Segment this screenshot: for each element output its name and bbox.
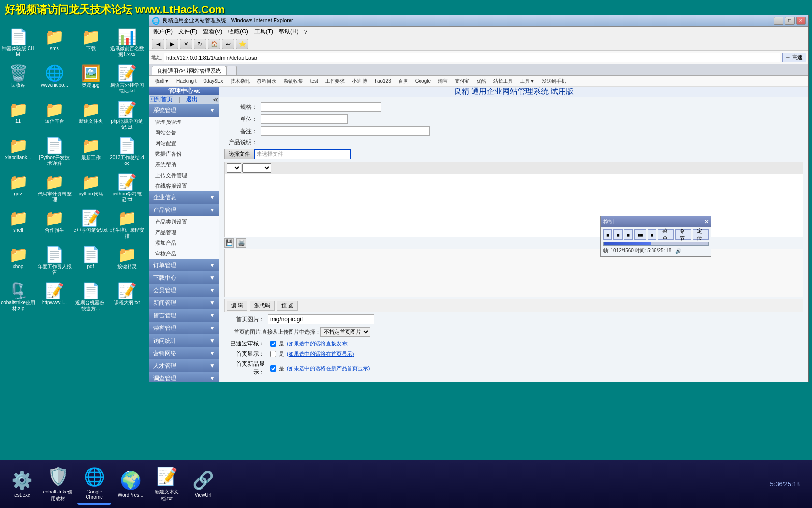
editor-fontsize-select[interactable] — [227, 163, 241, 173]
sidebar-section-marketing-header[interactable]: 营销网络 ▼ — [149, 347, 219, 359]
go-button[interactable]: → 高速 — [782, 53, 806, 62]
desktop-icon-xiaodifank[interactable]: 📁xiaodifank... — [0, 135, 36, 172]
menu-file[interactable]: 文件(F) — [178, 28, 197, 36]
desktop-icon-cpplua[interactable]: 📝c++学习笔记.txt — [72, 208, 109, 244]
collapse-icon[interactable]: ≪ — [193, 88, 200, 95]
desktop-icon-pythonkaifa[interactable]: 📄[Python开发技术详解 — [36, 135, 72, 172]
sidebar-item-product-audit[interactable]: 审核产品 — [149, 248, 219, 259]
desktop-icon-phpjiao[interactable]: 📝php挖掘学习笔记.txt — [109, 99, 145, 135]
desktop-icon-niandubaogao[interactable]: 📄年度工作责人报告 — [36, 244, 72, 281]
bookmark-youku[interactable]: 优酷 — [474, 77, 489, 86]
desktop-icon-2013gongzuo[interactable]: 📄2013工作总结.doc — [109, 135, 145, 172]
minimize-button[interactable]: _ — [774, 17, 783, 25]
bookmark-zhanzhang[interactable]: 站长工具 — [491, 77, 516, 86]
desktop-icon-sms[interactable]: 📁sms — [36, 27, 72, 63]
desktop-icon-gov[interactable]: 📁gov — [0, 172, 36, 208]
desktop-icon-yuanjiao[interactable]: 📝易语言外挂学习笔记.txt — [109, 63, 145, 99]
save-button[interactable]: 💾 — [224, 238, 234, 248]
sidebar-item-onlinecs[interactable]: 在线客服设置 — [149, 180, 219, 191]
sidebar-item-product-add[interactable]: 添加产品 — [149, 238, 219, 248]
show-new-checkbox[interactable] — [270, 365, 276, 372]
desktop-icon-cobaltstrike[interactable]: 🗜️cobaltstrike使用材.zip — [0, 281, 36, 317]
ctrl-btn-5[interactable]: ■ — [648, 229, 656, 240]
taskbar-icon-viewurl[interactable]: 🔗 ViewUrl — [186, 463, 220, 505]
edit-button[interactable]: 编 辑 — [227, 301, 247, 311]
bookmark-hacking[interactable]: Hacking t — [174, 77, 200, 86]
show-new-hint-link[interactable]: (如果选中的话将在新产品首页显示) — [287, 365, 370, 372]
homepage-img-input[interactable] — [268, 314, 374, 324]
passed-hint-link[interactable]: (如果选中的话将直接发布) — [287, 340, 348, 347]
address-input[interactable] — [164, 53, 780, 62]
show-index-hint-link[interactable]: (如果选中的话将在首页显示) — [287, 350, 354, 358]
taskbar-icon-cobaltstrike[interactable]: 🛡️ cobaltstrike使用教材 — [41, 463, 75, 505]
desktop-icon-jiqinfen[interactable]: 📄近期台机器份-快捷方... — [72, 281, 109, 317]
bookmark-hao123[interactable]: hao123 — [372, 77, 393, 86]
ctrl-btn-1[interactable]: ■ — [603, 229, 612, 240]
bookmark-jiaomu[interactable]: 教程目录 — [254, 77, 279, 86]
refresh-button[interactable]: ↻ — [194, 39, 206, 49]
sidebar-item-config[interactable]: 网站配置 — [149, 138, 219, 149]
ctrl-btn-dingwei[interactable]: 定位 — [693, 229, 709, 240]
forward-button[interactable]: ▶ — [166, 39, 178, 49]
desktop-icon-newfile[interactable]: 📁新建文件夹 — [72, 99, 109, 135]
ctrl-btn-ling[interactable]: 令节 — [675, 229, 691, 240]
input-danwei[interactable] — [261, 114, 348, 124]
print-button[interactable]: 🖨️ — [236, 238, 246, 248]
desktop-icon-zuixingongzuo[interactable]: 📁最新工作 — [72, 135, 109, 172]
preview-button[interactable]: 预 览 — [277, 301, 298, 311]
bookmark-baidu[interactable]: 百度 — [395, 77, 411, 86]
desktop-icon-hezhaosheng[interactable]: 📁合作招生 — [36, 208, 72, 244]
back-button[interactable]: ◀ — [152, 39, 164, 49]
sidebar-item-dbbackup[interactable]: 数据库备份 — [149, 149, 219, 159]
control-panel-close-button[interactable]: ✕ — [704, 219, 709, 225]
menu-view[interactable]: 查看(V) — [203, 28, 222, 36]
desktop-icon-xiazai[interactable]: 📁下载 — [72, 27, 109, 63]
sidebar-section-comment-header[interactable]: 留言管理 ▼ — [149, 309, 219, 322]
taskbar-icon-chrome[interactable]: 🌐 Google Chrome — [77, 463, 111, 505]
bookmark-taobao[interactable]: 淘宝 — [435, 77, 450, 86]
sidebar-section-enterprise-header[interactable]: 企业信息 ▼ — [149, 191, 219, 204]
desktop-icon-niuboo[interactable]: 🌐www.niubo... — [36, 63, 72, 99]
editor-area[interactable] — [224, 174, 803, 237]
passed-checkbox[interactable] — [270, 341, 276, 347]
sidebar-item-syshelp[interactable]: 系统帮助 — [149, 159, 219, 170]
ctrl-btn-2[interactable]: ■ — [613, 229, 622, 240]
taskbar-icon-wordpress[interactable]: 🌍 WordPres... — [114, 463, 147, 505]
menu-help2[interactable]: ? — [304, 29, 308, 35]
bookmark-jizaza[interactable]: 技术杂乱 — [228, 77, 253, 86]
source-button[interactable]: 源代码 — [250, 301, 275, 311]
desktop-icon-recycle[interactable]: 🗑️回收站 — [0, 63, 36, 99]
desktop-icon-shenjian[interactable]: 📄神器体验版.CHM — [0, 27, 36, 63]
input-guige[interactable] — [261, 102, 381, 112]
sidebar-section-member-header[interactable]: 会员管理 ▼ — [149, 284, 219, 297]
menu-favorites[interactable]: 收藏(O) — [228, 28, 248, 36]
bookmark-gongzuoyaoqiu[interactable]: 工作要求 — [322, 77, 348, 86]
sidebar-section-order-header[interactable]: 订单管理 ▼ — [149, 259, 219, 271]
sidebar-section-sys-header[interactable]: 系统管理 ▼ — [149, 104, 219, 117]
desktop-icon-daimashenji[interactable]: 📁代码审计资料整理 — [36, 172, 72, 208]
desktop-icon-aoshen[interactable]: 🖼️奥迹.jpg — [72, 63, 109, 99]
sidebar-section-visit-header[interactable]: 访问统计 ▼ — [149, 334, 219, 347]
home-button[interactable]: 🏠 — [208, 39, 220, 49]
editor-font-select[interactable] — [242, 163, 271, 173]
sidebar-item-product-category[interactable]: 产品类别设置 — [149, 216, 219, 227]
desktop-icon-kecheng[interactable]: 📝课程大纲.txt — [109, 281, 145, 317]
menu-tools[interactable]: 工具(T) — [254, 28, 273, 36]
taskbar-icon-newdoc[interactable]: 📝 新建文本文档.txt — [150, 463, 184, 505]
sidebar-item-notice[interactable]: 网站公告 — [149, 127, 219, 138]
sidebar-section-product-header[interactable]: 产品管理 ▼ — [149, 204, 219, 216]
desktop-icon-xunlei[interactable]: 📊迅讯微前百名数据1.xlsx — [109, 27, 145, 63]
desktop-icon-httpwww[interactable]: 📝httpwww.l... — [36, 281, 72, 317]
maximize-button[interactable]: □ — [785, 17, 795, 25]
bookmark-zhifubao[interactable]: 支付宝 — [452, 77, 472, 86]
file-select-button[interactable]: 选择文件 — [224, 149, 254, 159]
sidebar-section-talent-header[interactable]: 人才管理 ▼ — [149, 359, 219, 372]
bookmark-fasongshouji[interactable]: 发送到手机 — [539, 77, 569, 86]
taskbar-icon-testexe[interactable]: ⚙️ test.exe — [5, 463, 39, 505]
desktop-icon-pdf[interactable]: 📄pdf — [72, 244, 109, 281]
sidebar-logout-link[interactable]: 退出 — [186, 95, 198, 104]
input-beizhu[interactable] — [261, 126, 430, 136]
desktop-icon-beidoujiaoyu[interactable]: 📁北斗培训课程安排 — [109, 208, 145, 244]
sidebar-item-product-manage[interactable]: 产品管理 — [149, 227, 219, 238]
sidebar-item-admin[interactable]: 管理员管理 — [149, 117, 219, 127]
